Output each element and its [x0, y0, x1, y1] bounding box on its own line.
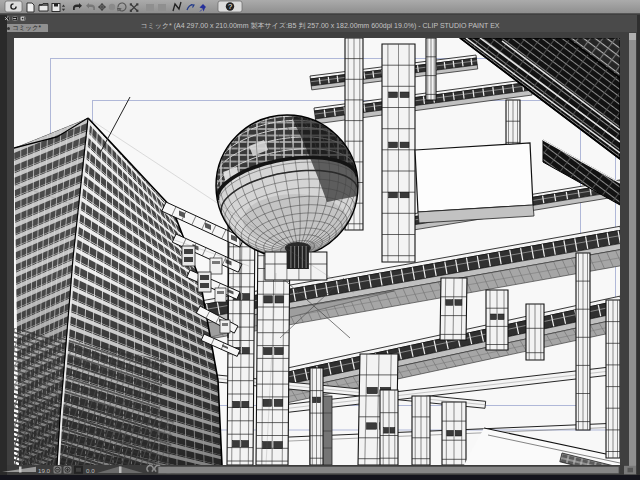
svg-text:0.0: 0.0	[86, 467, 95, 474]
svg-text:19.0: 19.0	[38, 467, 51, 474]
